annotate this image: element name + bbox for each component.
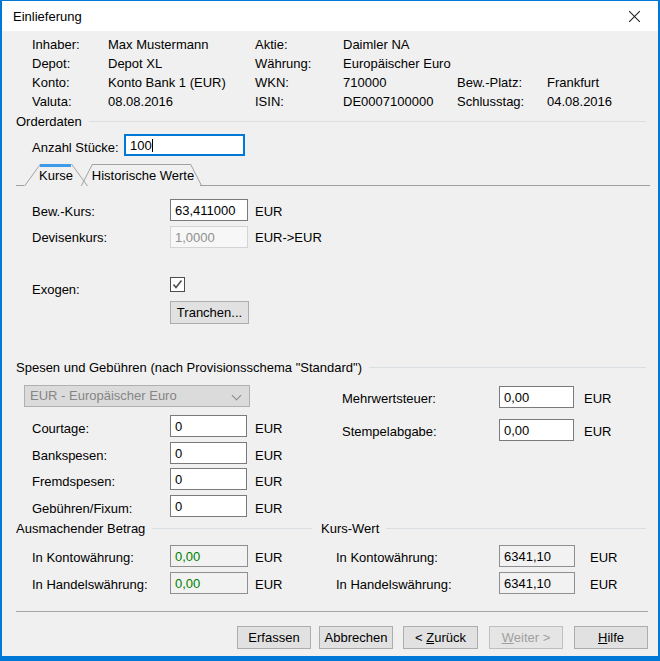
devisenkurs-unit: EUR->EUR (255, 230, 322, 246)
bew-platz-value: Frankfurt (547, 75, 599, 91)
courtage-input[interactable]: 0 (170, 415, 247, 437)
gebuehren-fixum-input[interactable]: 0 (170, 495, 247, 517)
waehrung-label: Währung: (255, 56, 311, 72)
ausmachender-betrag-title: Ausmachender Betrag (16, 521, 145, 536)
wkn-value: 710000 (343, 75, 386, 91)
mehrwertsteuer-label: Mehrwertsteuer: (342, 391, 436, 407)
kw-handelswaehrung-value: 6341,10 (499, 572, 575, 594)
text-caret (152, 139, 153, 152)
kw-handelswaehrung-unit: EUR (590, 577, 617, 593)
depot-label: Depot: (32, 56, 70, 72)
ab-kontowaehrung-unit: EUR (255, 550, 282, 566)
schlusstag-label: Schlusstag: (457, 94, 524, 110)
zurueck-button[interactable]: < Zurück (403, 626, 478, 649)
kw-handelswaehrung-label: In Handelswährung: (336, 577, 452, 593)
orderdaten-title: Orderdaten (16, 114, 82, 129)
ab-handelswaehrung-unit: EUR (255, 577, 282, 593)
spesen-title: Spesen und Gebühren (nach Provisionssche… (16, 360, 362, 375)
kurs-wert-title: Kurs-Wert (321, 521, 379, 536)
schlusstag-value: 04.08.2016 (547, 94, 612, 110)
aktie-label: Aktie: (255, 37, 288, 53)
devisenkurs-label: Devisenkurs: (32, 230, 107, 246)
kw-kontowaehrung-label: In Kontowährung: (336, 550, 438, 566)
bankspesen-label: Bankspesen: (32, 448, 107, 464)
chevron-down-icon (232, 391, 242, 401)
exogen-checkbox[interactable] (170, 277, 185, 292)
isin-value: DE0007100000 (343, 94, 433, 110)
bew-kurs-label: Bew.-Kurs: (32, 204, 95, 220)
inhaber-label: Inhaber: (32, 37, 80, 53)
bankspesen-unit: EUR (255, 448, 282, 464)
footer-divider (16, 611, 648, 612)
close-icon (628, 10, 641, 23)
tab-historische-werte[interactable]: Historische Werte (86, 164, 200, 186)
mehrwertsteuer-unit: EUR (584, 391, 611, 407)
courtage-label: Courtage: (32, 421, 89, 437)
checkmark-icon (171, 278, 184, 291)
stempelabgabe-label: Stempelabgabe: (342, 424, 437, 440)
einlieferung-dialog: Einlieferung Inhaber: Max Mustermann Dep… (0, 0, 660, 661)
group-divider (89, 121, 646, 122)
mehrwertsteuer-input[interactable]: 0,00 (499, 386, 574, 408)
ab-kontowaehrung-label: In Kontowährung: (32, 550, 134, 566)
orderdaten-group-header: Orderdaten (16, 113, 646, 129)
group-divider (152, 528, 312, 529)
anzahl-stuecke-label: Anzahl Stücke: (32, 140, 119, 156)
bankspesen-input[interactable]: 0 (170, 442, 247, 464)
stempelabgabe-unit: EUR (584, 424, 611, 440)
fremdspesen-input[interactable]: 0 (170, 468, 247, 490)
hilfe-button[interactable]: Hilfe (574, 626, 648, 649)
close-button[interactable] (611, 1, 656, 31)
ab-handelswaehrung-value: 0,00 (170, 572, 248, 594)
kw-kontowaehrung-value: 6341,10 (499, 545, 575, 567)
kurs-wert-group-header: Kurs-Wert (321, 520, 646, 536)
exogen-label: Exogen: (32, 282, 80, 298)
valuta-label: Valuta: (32, 94, 72, 110)
courtage-unit: EUR (255, 421, 282, 437)
depot-value: Depot XL (108, 56, 162, 72)
ab-handelswaehrung-label: In Handelswährung: (32, 577, 148, 593)
aktie-value: Daimler NA (343, 37, 409, 53)
erfassen-button[interactable]: Erfassen (237, 626, 311, 649)
window-title: Einlieferung (13, 9, 82, 24)
spesen-group-header: Spesen und Gebühren (nach Provisionssche… (16, 359, 646, 375)
waehrung-value: Europäischer Euro (343, 56, 451, 72)
group-divider (369, 367, 646, 368)
title-bar: Einlieferung (2, 1, 658, 31)
tab-kurse[interactable]: Kurse (26, 164, 86, 186)
tab-baseline-right (200, 185, 650, 186)
devisenkurs-input: 1,0000 (170, 226, 248, 248)
konto-label: Konto: (32, 75, 70, 91)
isin-label: ISIN: (255, 94, 284, 110)
ausmachender-betrag-group-header: Ausmachender Betrag (16, 520, 312, 536)
fremdspesen-label: Fremdspesen: (32, 474, 115, 490)
kw-kontowaehrung-unit: EUR (590, 550, 617, 566)
tab-bar: Kurse Historische Werte (16, 164, 650, 186)
abbrechen-button[interactable]: Abbrechen (319, 626, 393, 649)
tranchen-button[interactable]: Tranchen... (170, 301, 249, 324)
fremdspesen-unit: EUR (255, 474, 282, 490)
inhaber-value: Max Mustermann (108, 37, 208, 53)
stempelabgabe-input[interactable]: 0,00 (499, 419, 574, 441)
valuta-value: 08.08.2016 (108, 94, 173, 110)
group-divider (386, 528, 646, 529)
bew-platz-label: Bew.-Platz: (457, 75, 522, 91)
currency-select: EUR - Europäischer Euro (24, 385, 250, 407)
gebuehren-fixum-label: Gebühren/Fixum: (32, 501, 132, 517)
wkn-label: WKN: (255, 75, 289, 91)
weiter-button: Weiter > (489, 626, 563, 649)
konto-value: Konto Bank 1 (EUR) (108, 75, 226, 91)
ab-kontowaehrung-value: 0,00 (170, 545, 248, 567)
bew-kurs-unit: EUR (255, 204, 282, 220)
bew-kurs-input[interactable]: 63,411000 (170, 199, 248, 221)
gebuehren-fixum-unit: EUR (255, 501, 282, 517)
anzahl-stuecke-input[interactable]: 100 (124, 134, 245, 156)
